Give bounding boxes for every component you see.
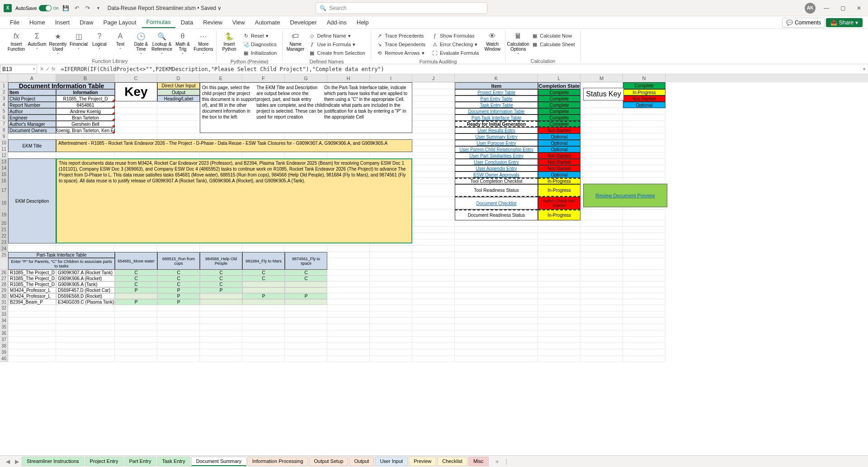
cell[interactable] (285, 311, 327, 318)
cell[interactable] (455, 258, 538, 270)
cell[interactable] (412, 114, 455, 121)
cell[interactable] (370, 258, 412, 270)
row-header[interactable]: 34 (0, 318, 8, 324)
cell[interactable] (538, 233, 580, 239)
cell[interactable] (623, 305, 665, 311)
cell[interactable] (157, 318, 200, 324)
cell[interactable] (412, 178, 455, 184)
cell[interactable] (200, 133, 242, 140)
cell[interactable]: In-Progress (538, 184, 580, 197)
cell[interactable]: C (157, 276, 200, 281)
cell[interactable] (412, 258, 455, 270)
cell[interactable]: C (242, 276, 285, 281)
cell[interactable] (538, 281, 580, 287)
cell[interactable] (412, 281, 455, 287)
tab-formulas[interactable]: Formulas (142, 17, 175, 28)
col-header[interactable]: C (115, 74, 157, 82)
cell[interactable]: Andrew Koenig (56, 108, 115, 114)
cell[interactable] (412, 349, 455, 356)
cell[interactable] (56, 311, 115, 318)
cell[interactable]: Part-Task Interface Table (455, 114, 538, 121)
row-header[interactable]: 5 (0, 108, 8, 114)
cell[interactable]: In-Progress (538, 210, 580, 220)
row-header[interactable]: 27 (0, 276, 8, 281)
cell[interactable] (623, 220, 665, 227)
autosum-button[interactable]: ΣAutoSum˅ (27, 31, 47, 52)
col-header[interactable]: F (242, 74, 285, 82)
save-icon[interactable]: 💾 (62, 5, 70, 12)
cell[interactable] (455, 318, 538, 324)
cell[interactable]: User Part Similarities Entry (455, 152, 538, 159)
cell[interactable] (157, 133, 200, 140)
col-header[interactable]: N (623, 74, 665, 82)
tab-file[interactable]: File (5, 17, 24, 28)
cell[interactable]: Author Check Not-Started (538, 197, 580, 210)
tab-help[interactable]: Help (352, 17, 373, 28)
define-name-button[interactable]: ◇Define Name ▾ (307, 32, 367, 40)
col-header[interactable]: M (580, 74, 623, 82)
cell[interactable] (327, 246, 370, 252)
cell[interactable] (370, 337, 412, 343)
row-header[interactable]: 22 (0, 233, 8, 239)
cell[interactable] (115, 337, 157, 343)
cell[interactable] (56, 152, 115, 159)
cell[interactable] (115, 127, 157, 133)
cell[interactable] (327, 324, 370, 330)
cell[interactable]: B2394_Beam_P (8, 299, 56, 305)
cell[interactable]: Output (157, 89, 200, 95)
cell[interactable] (580, 281, 623, 287)
cell[interactable]: Complete (538, 108, 580, 114)
cancel-fx-icon[interactable]: ✕ (40, 66, 44, 72)
cell[interactable] (370, 281, 412, 287)
cell[interactable]: C (157, 270, 200, 276)
cell[interactable] (285, 324, 327, 330)
col-header[interactable]: L (538, 74, 580, 82)
cell[interactable] (8, 318, 56, 324)
cell[interactable] (370, 318, 412, 324)
row-header[interactable]: 18 (0, 197, 8, 210)
trace-dependents-button[interactable]: ↘Trace Dependents (375, 40, 427, 48)
cell[interactable] (285, 356, 327, 362)
cell[interactable] (412, 356, 455, 362)
cell[interactable] (580, 146, 623, 152)
cell[interactable] (115, 311, 157, 318)
sheet-tab[interactable]: Project Entry (85, 457, 123, 466)
insert-python-button[interactable]: 🐍Insert Python (219, 31, 239, 52)
cell[interactable]: R1085_The Project_D (8, 281, 56, 287)
cell[interactable] (115, 152, 157, 159)
cell[interactable] (370, 270, 412, 276)
cell[interactable] (412, 159, 455, 165)
cell[interactable] (242, 305, 285, 311)
cell[interactable] (285, 349, 327, 356)
cell[interactable] (56, 133, 115, 140)
cell[interactable] (623, 343, 665, 349)
cell[interactable] (580, 233, 623, 239)
remove-arrows-button[interactable]: ⟲Remove Arrows ▾ (375, 49, 427, 57)
cell[interactable] (157, 337, 200, 343)
row-header[interactable]: 1 (0, 82, 8, 89)
cell[interactable] (623, 318, 665, 324)
row-header[interactable]: 2 (0, 89, 8, 95)
cell[interactable]: Author (8, 108, 56, 114)
cell[interactable] (115, 305, 157, 311)
search-input[interactable]: 🔍 Search (316, 2, 487, 14)
cell[interactable]: Completion State (538, 82, 580, 89)
cell[interactable] (285, 318, 327, 324)
tab-automate[interactable]: Automate (250, 17, 285, 28)
use-in-formula-button[interactable]: ƒUse in Formula ▾ (307, 40, 367, 48)
cell[interactable] (242, 356, 285, 362)
error-checking-button[interactable]: ⚠Error Checking ▾ (430, 40, 481, 48)
cell[interactable] (455, 305, 538, 311)
cell[interactable] (623, 281, 665, 287)
cell[interactable] (285, 287, 327, 293)
cell[interactable]: C (285, 276, 327, 281)
cell[interactable] (242, 318, 285, 324)
cell[interactable] (538, 270, 580, 276)
cell[interactable] (623, 165, 665, 172)
cell[interactable] (538, 305, 580, 311)
cell[interactable] (580, 172, 623, 178)
cell[interactable] (623, 311, 665, 318)
row-header[interactable]: 16 (0, 178, 8, 184)
cell[interactable] (455, 270, 538, 276)
cell[interactable] (200, 356, 242, 362)
